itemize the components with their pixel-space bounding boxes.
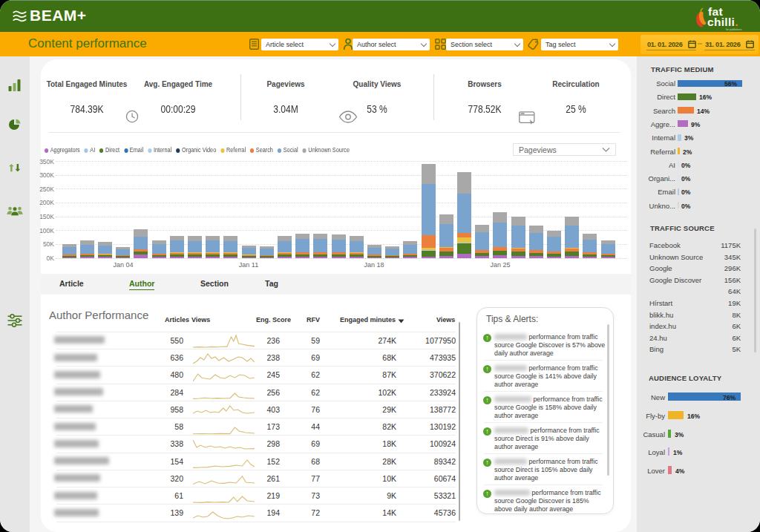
svg-text:for publishers: for publishers: [726, 28, 742, 31]
svg-text:chilli.: chilli.: [707, 16, 738, 28]
